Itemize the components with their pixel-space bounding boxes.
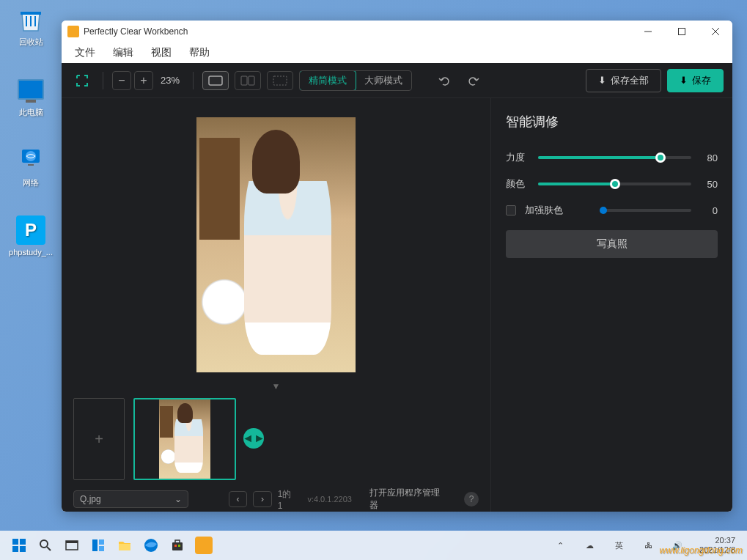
- search-button[interactable]: [32, 532, 59, 559]
- desktop-icon-label: 此电脑: [19, 107, 43, 118]
- menubar: 文件 编辑 视图 帮助: [62, 43, 732, 63]
- menu-view[interactable]: 视图: [144, 45, 179, 61]
- svg-rect-24: [172, 542, 183, 550]
- thumbnail-strip: +: [62, 391, 490, 487]
- next-button[interactable]: ›: [253, 491, 271, 507]
- download-icon: ⬇: [598, 75, 606, 86]
- svg-rect-7: [209, 76, 222, 85]
- redo-button[interactable]: [462, 69, 485, 92]
- start-button[interactable]: [6, 532, 32, 559]
- tray-network-icon[interactable]: 🖧: [635, 532, 661, 559]
- color-label: 颜色: [506, 177, 529, 191]
- svg-rect-18: [66, 541, 78, 543]
- prev-button[interactable]: ‹: [229, 491, 247, 507]
- slider-thumb[interactable]: [600, 207, 607, 214]
- zoom-group: − + 23%: [112, 71, 184, 90]
- edge-button[interactable]: [138, 532, 164, 559]
- tray-ime-icon[interactable]: 英: [606, 532, 632, 559]
- app-taskbar-button[interactable]: [191, 532, 217, 559]
- save-all-button[interactable]: ⬇保存全部: [586, 69, 661, 92]
- triangle-down-icon: ▼: [272, 381, 281, 391]
- slider-thumb[interactable]: [655, 152, 666, 163]
- desktop-icon-label: 回收站: [19, 37, 43, 48]
- view-split-button[interactable]: [235, 71, 261, 90]
- thumbnail-image: [159, 399, 210, 479]
- desktop-network[interactable]: 网络: [6, 145, 56, 188]
- app-manager-link[interactable]: 打开应用程序管理器: [369, 487, 446, 512]
- store-button[interactable]: [164, 532, 191, 559]
- download-icon: ⬇: [680, 75, 688, 86]
- time-label: 20:37: [699, 536, 735, 545]
- filename-label: Q.jpg: [80, 494, 101, 504]
- thumbnail-selected[interactable]: [133, 398, 236, 480]
- svg-rect-14: [20, 546, 26, 552]
- titlebar[interactable]: Perfectly Clear Workbench: [62, 21, 732, 43]
- app-icon: [67, 26, 79, 37]
- svg-rect-2: [28, 164, 34, 166]
- svg-rect-12: [20, 539, 26, 545]
- menu-help[interactable]: 帮助: [182, 45, 217, 61]
- menu-file[interactable]: 文件: [67, 45, 103, 61]
- svg-rect-4: [679, 29, 685, 35]
- help-button[interactable]: ?: [464, 492, 479, 506]
- side-panel: 智能调修 力度 80 颜色 50: [490, 98, 732, 512]
- svg-rect-19: [92, 539, 97, 551]
- task-view-button[interactable]: [59, 532, 85, 559]
- zoom-level: 23%: [161, 75, 180, 86]
- zoom-out-button[interactable]: −: [112, 71, 131, 90]
- desktop-this-pc[interactable]: 此电脑: [6, 75, 56, 118]
- maximize-button[interactable]: [665, 21, 699, 43]
- add-image-button[interactable]: +: [73, 398, 125, 480]
- page-info: 1的1: [278, 488, 296, 511]
- strength-label: 力度: [506, 151, 529, 164]
- color-slider[interactable]: [538, 183, 691, 185]
- desktop-phpstudy[interactable]: P phpstudy_...: [6, 215, 56, 257]
- bottom-bar: Q.jpg ⌄ ‹ › 1的1 v:4.0.1.2203 打开应用程序管理器 ?: [62, 487, 490, 512]
- view-single-button[interactable]: [202, 71, 229, 90]
- skin-tone-label: 加强肤色: [525, 204, 595, 217]
- mode-group: 精简模式 大师模式: [299, 70, 412, 91]
- tray-chevron-up[interactable]: ⌃: [547, 532, 573, 559]
- svg-rect-25: [174, 545, 177, 547]
- desktop-icon-label: phpstudy_...: [9, 248, 53, 257]
- strength-slider[interactable]: [538, 156, 691, 159]
- color-slider-row: 颜色 50: [506, 177, 718, 191]
- version-label: v:4.0.1.2203: [307, 495, 352, 504]
- play-button[interactable]: ◄►: [243, 428, 264, 449]
- view-compare-button[interactable]: [267, 71, 293, 90]
- skin-tone-checkbox[interactable]: [506, 205, 516, 215]
- minimize-button[interactable]: [631, 21, 665, 43]
- svg-rect-10: [273, 76, 287, 85]
- close-button[interactable]: [699, 21, 732, 43]
- svg-point-15: [40, 540, 48, 548]
- chevron-down-icon: ⌄: [174, 494, 182, 504]
- crop-button[interactable]: [70, 69, 94, 92]
- recycle-bin-icon: [16, 4, 45, 34]
- separator: [193, 72, 194, 89]
- save-button[interactable]: ⬇保存: [667, 69, 724, 92]
- toolbar: − + 23% 精简模式 大师模式 ⬇保存全部 ⬇保存: [62, 63, 732, 98]
- app-window: Perfectly Clear Workbench 文件 编辑 视图 帮助 − …: [62, 21, 732, 512]
- menu-edit[interactable]: 编辑: [106, 45, 141, 61]
- taskbar: ⌃ ☁ 英 🖧 🔊 20:37 2021/12/8 www.ligongdong…: [0, 531, 747, 560]
- desktop-icon-label: 网络: [23, 177, 39, 188]
- filename-dropdown[interactable]: Q.jpg ⌄: [73, 490, 188, 508]
- panel-title: 智能调修: [506, 113, 718, 130]
- strength-value: 80: [700, 152, 718, 163]
- svg-rect-21: [99, 546, 104, 551]
- desktop-recycle-bin[interactable]: 回收站: [6, 4, 56, 48]
- mode-master-button[interactable]: 大师模式: [356, 71, 411, 90]
- widgets-button[interactable]: [85, 532, 111, 559]
- tray-onedrive-icon[interactable]: ☁: [576, 532, 603, 559]
- zoom-in-button[interactable]: +: [134, 71, 153, 90]
- portrait-button[interactable]: 写真照: [506, 230, 718, 258]
- skin-tone-row: 加强肤色 0: [506, 204, 718, 217]
- image-view[interactable]: ▼: [62, 98, 490, 391]
- skin-tone-slider[interactable]: [603, 209, 691, 212]
- skin-tone-value: 0: [700, 205, 718, 216]
- undo-button[interactable]: [433, 69, 456, 92]
- slider-thumb[interactable]: [610, 179, 620, 189]
- strength-slider-row: 力度 80: [506, 151, 718, 164]
- explorer-button[interactable]: [111, 532, 138, 559]
- mode-simple-button[interactable]: 精简模式: [299, 70, 356, 91]
